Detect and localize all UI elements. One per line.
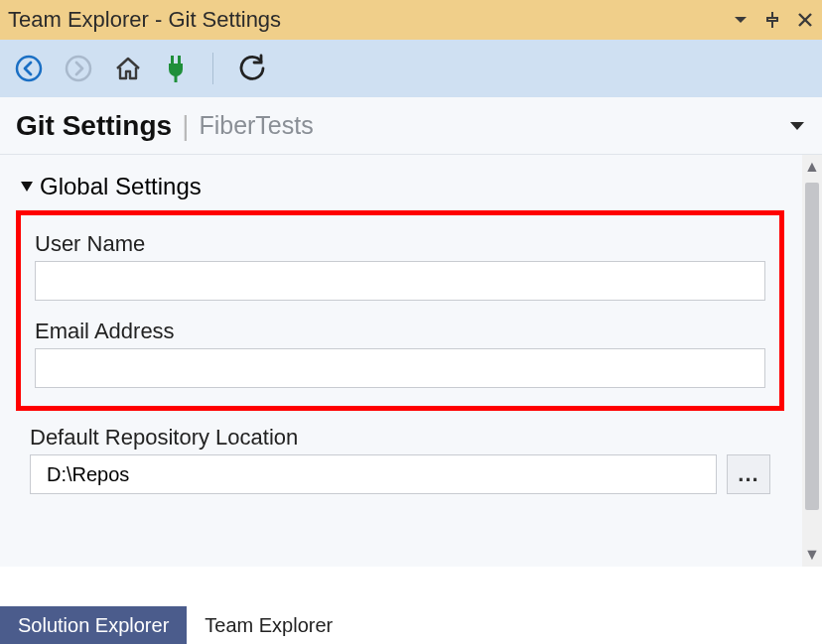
header-menu-icon[interactable] bbox=[788, 117, 806, 135]
svg-rect-3 bbox=[178, 56, 181, 64]
global-settings-header[interactable]: Global Settings bbox=[20, 173, 780, 200]
repo-location-input[interactable] bbox=[30, 454, 717, 494]
email-input[interactable] bbox=[35, 348, 765, 388]
toolbar-separator bbox=[212, 53, 213, 84]
svg-rect-4 bbox=[175, 75, 178, 82]
scrollbar-thumb[interactable] bbox=[805, 183, 819, 510]
collapse-icon bbox=[20, 180, 34, 193]
settings-panel: Global Settings User Name Email Address … bbox=[0, 155, 802, 504]
window-title: Team Explorer - Git Settings bbox=[8, 7, 733, 33]
title-divider: | bbox=[182, 110, 189, 142]
highlight-region: User Name Email Address bbox=[16, 210, 784, 411]
email-label: Email Address bbox=[35, 319, 765, 344]
back-icon[interactable] bbox=[14, 54, 44, 83]
refresh-icon[interactable] bbox=[237, 54, 267, 83]
tab-team-explorer[interactable]: Team Explorer bbox=[187, 606, 350, 644]
project-name: FiberTests bbox=[199, 111, 313, 140]
username-input[interactable] bbox=[35, 261, 765, 301]
page-header: Git Settings | FiberTests bbox=[0, 97, 822, 155]
tab-solution-explorer[interactable]: Solution Explorer bbox=[0, 606, 187, 644]
toolbar bbox=[0, 40, 822, 97]
username-label: User Name bbox=[35, 231, 765, 257]
page-title: Git Settings bbox=[16, 110, 172, 142]
repo-location-label: Default Repository Location bbox=[30, 425, 770, 451]
scroll-down-icon[interactable]: ▼ bbox=[804, 547, 820, 563]
forward-icon bbox=[64, 54, 93, 83]
window-menu-icon[interactable] bbox=[733, 12, 749, 28]
window-title-bar: Team Explorer - Git Settings bbox=[0, 0, 822, 40]
svg-rect-2 bbox=[171, 56, 174, 64]
scroll-up-icon[interactable]: ▲ bbox=[804, 159, 820, 175]
svg-point-1 bbox=[67, 57, 90, 80]
plug-icon[interactable] bbox=[163, 54, 189, 83]
svg-point-0 bbox=[17, 57, 41, 80]
home-icon[interactable] bbox=[113, 54, 143, 83]
scrollbar[interactable]: ▲ ▼ bbox=[802, 155, 822, 567]
close-icon[interactable] bbox=[796, 11, 814, 29]
browse-button[interactable]: ... bbox=[727, 454, 770, 494]
pin-icon[interactable] bbox=[762, 10, 782, 30]
bottom-tab-strip: Solution Explorer Team Explorer bbox=[0, 606, 350, 644]
section-title: Global Settings bbox=[40, 173, 202, 200]
